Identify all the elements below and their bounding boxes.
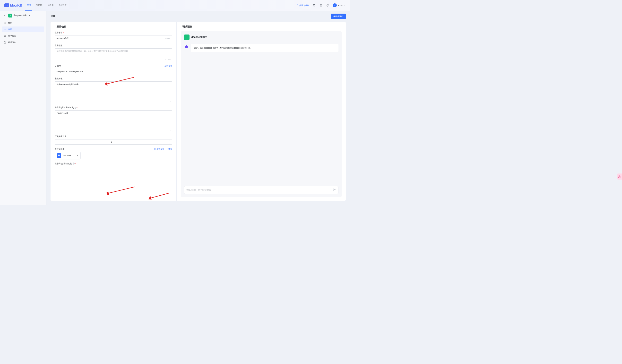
send-icon[interactable]: [333, 188, 336, 192]
textarea-prompt-nokb[interactable]: {question} ⤡: [55, 110, 172, 132]
label-app-name: 应用名称*: [55, 31, 172, 34]
preview-app-title: deepseek助手: [191, 36, 207, 39]
input-app-name[interactable]: deepseek助手 10 / 64: [55, 35, 172, 41]
svg-rect-8: [4, 23, 5, 24]
textarea-system-role[interactable]: 你是deepseek使用小助手 ⤡: [55, 81, 172, 103]
nav-tab-app[interactable]: 应用: [27, 0, 31, 11]
counter: 10 / 64: [165, 37, 170, 39]
kb-params-link[interactable]: 参数设置: [154, 148, 164, 150]
sidebar-item-label: 设置: [8, 28, 12, 31]
sidebar-item-overview[interactable]: 概览: [2, 20, 44, 26]
label-kb: 关联知识库: [55, 148, 64, 150]
kb-name: deepseek: [63, 154, 71, 156]
topbar: MaxKB 应用 知识库 函数库 系统设置 购买专业版: [0, 0, 350, 11]
save-publish-button[interactable]: 保存并发布: [331, 14, 346, 19]
svg-point-25: [186, 47, 186, 47]
github-icon[interactable]: [312, 3, 316, 7]
bot-avatar-icon: [184, 44, 189, 49]
caret-down-icon: ▼: [344, 5, 346, 6]
label-prompt-kb: 提示词 (引用知识库) i *: [55, 162, 172, 165]
section-bar: [181, 26, 181, 28]
kb-remove-button[interactable]: ✕: [73, 154, 78, 156]
preview-badge: d: [184, 35, 190, 40]
topbar-right: 购买专业版 admin ▼: [296, 3, 346, 8]
page-header: 设置 保存并发布: [46, 11, 350, 22]
svg-point-26: [187, 47, 187, 47]
svg-point-11: [4, 35, 6, 37]
section-title: 调试预览: [182, 25, 192, 28]
chat-input-placeholder: 请输入问题，Ctrl+Enter 换行: [186, 189, 331, 191]
textarea-app-desc[interactable]: 描述该应用的应用场景及用途，如：XXX 小助手回答用户提出的 XXX 产品使用问…: [55, 48, 172, 62]
label-prompt-nokb: 提示词 (无引用知识库) i *: [55, 106, 172, 109]
caret-down-icon[interactable]: ▼: [29, 15, 30, 17]
svg-point-10: [5, 29, 5, 30]
side-nav: 概览 设置 命中测试: [0, 19, 46, 47]
nav-tab-kb[interactable]: 知识库: [36, 0, 42, 11]
svg-point-20: [155, 149, 155, 150]
sidebar-item-chat-log[interactable]: 对话日志: [2, 39, 44, 45]
user-menu[interactable]: admin ▼: [333, 3, 346, 8]
chevron-down-icon: ⌄: [169, 71, 170, 73]
stepper-down-button[interactable]: ▼: [168, 142, 172, 145]
plus-icon: +: [167, 148, 168, 150]
label-ai-model: AI 模型: [55, 65, 61, 68]
bot-message: 您好，我是deepseek小助手，您可以向我提出deepseek使用问题。: [184, 44, 338, 52]
kb-icon: [57, 153, 61, 158]
label-app-desc: 应用描述: [55, 44, 172, 47]
stepper-value[interactable]: 1: [55, 139, 168, 144]
svg-rect-24: [185, 46, 188, 48]
buy-pro-link[interactable]: 购买专业版: [296, 4, 309, 7]
resize-handle-icon: ⤡: [170, 130, 172, 132]
diamond-icon: [296, 4, 299, 7]
select-ai-model[interactable]: DeepSeek-R1-Distill-Qwen-32B ⌄: [55, 69, 172, 74]
chat-input[interactable]: 请输入问题，Ctrl+Enter 换行: [184, 186, 338, 194]
svg-rect-9: [5, 23, 6, 24]
kb-add-link[interactable]: + 添加: [167, 148, 172, 150]
nav-tab-settings[interactable]: 系统设置: [59, 0, 67, 11]
sliders-icon: [154, 148, 156, 150]
form-column: 应用信息 应用名称* deepseek助手 10 / 64: [51, 22, 177, 201]
section-title: 应用信息: [57, 25, 66, 28]
preview-column: 调试预览 d deepseek助手 您好，我是deeps: [177, 22, 346, 201]
back-button[interactable]: [3, 14, 7, 18]
avatar-icon: [333, 3, 337, 8]
resize-handle-icon: ⤡: [170, 101, 172, 103]
svg-point-18: [155, 149, 155, 149]
logo-icon: [4, 3, 9, 8]
ai-model-params-link[interactable]: 参数设置: [164, 65, 172, 68]
sidebar-item-settings[interactable]: 设置: [2, 26, 44, 33]
logo[interactable]: MaxKB: [4, 3, 23, 8]
grid-icon: [4, 22, 6, 24]
stepper-up-button[interactable]: ▲: [168, 139, 172, 142]
sidebar-item-label: 概览: [8, 22, 12, 24]
breadcrumb-app-name[interactable]: deepseek助手: [14, 14, 26, 17]
section-head-app-info: 应用信息: [55, 25, 172, 28]
info-icon[interactable]: i: [73, 163, 75, 165]
kb-item: deepseek ✕: [55, 152, 81, 159]
page-title: 设置: [51, 15, 55, 18]
preview-header: d deepseek助手: [184, 35, 338, 40]
sidebar-item-label: 对话日志: [8, 41, 16, 44]
username: admin: [338, 4, 343, 7]
sidebar: d deepseek助手 ▼ 概览 设置: [0, 11, 46, 205]
label-system-role: 系统角色: [55, 77, 172, 80]
help-icon[interactable]: [326, 3, 330, 7]
section-bar: [55, 26, 55, 28]
sidebar-item-hit-test[interactable]: 命中测试: [2, 33, 44, 39]
counter: 0 / 256: [165, 58, 171, 61]
info-icon[interactable]: i: [75, 107, 77, 109]
document-icon: [4, 41, 6, 44]
sidebar-item-label: 命中测试: [8, 35, 16, 37]
app-badge: d: [8, 14, 12, 18]
section-head-preview: 调试预览: [181, 25, 342, 28]
preview-panel: d deepseek助手 您好，我是deepseek小助手，您可以向我提出dee…: [181, 31, 342, 197]
logo-text: MaxKB: [10, 3, 23, 7]
docs-icon[interactable]: [319, 3, 323, 7]
gear-icon: [4, 28, 6, 31]
nav-tab-func[interactable]: 函数库: [48, 0, 54, 11]
breadcrumb: d deepseek助手 ▼: [0, 12, 46, 19]
svg-point-19: [155, 149, 155, 149]
label-history: 历史聊天记录: [55, 135, 172, 138]
stepper-history[interactable]: 1 ▲ ▼: [55, 139, 172, 145]
main-card: 应用信息 应用名称* deepseek助手 10 / 64: [51, 22, 346, 201]
